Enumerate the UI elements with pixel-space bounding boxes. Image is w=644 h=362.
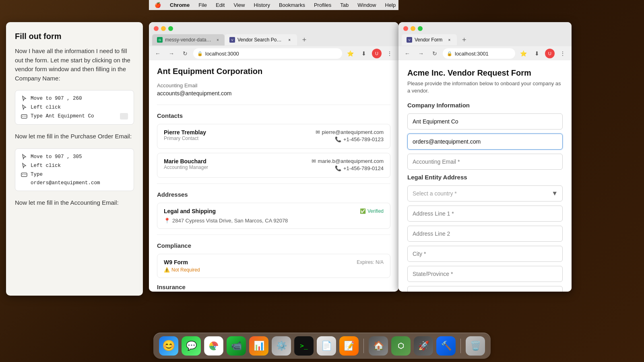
action-line-6: Type bbox=[21, 171, 128, 178]
new-tab-button-left[interactable]: + bbox=[299, 34, 310, 45]
lock-icon-left: 🔒 bbox=[197, 51, 203, 56]
step2-action-block: Move to 907 , 305 Left click Type orders… bbox=[15, 148, 134, 191]
dock-syspreferences[interactable]: ⚙️ bbox=[272, 336, 291, 356]
state-input[interactable] bbox=[407, 266, 563, 282]
form-title: Acme Inc. Vendor Request Form bbox=[407, 68, 563, 78]
reload-button-right[interactable]: ↻ bbox=[429, 48, 440, 59]
dock-xcode[interactable]: 🔨 bbox=[436, 336, 456, 356]
apple-menu[interactable]: 🍎 bbox=[153, 1, 163, 9]
dock-preview[interactable]: 📄 bbox=[317, 336, 336, 356]
verified-check-icon: ✅ bbox=[360, 208, 366, 214]
dock-divider-2 bbox=[460, 339, 461, 353]
tab-favicon-sheets: G bbox=[157, 37, 163, 43]
traffic-lights-left bbox=[149, 22, 398, 33]
reload-button-left[interactable]: ↻ bbox=[180, 48, 191, 59]
menu-bookmarks[interactable]: Bookmarks bbox=[277, 1, 307, 9]
contact-card-2: Marie Bouchard Accounting Manager ✉ mari… bbox=[157, 153, 390, 178]
accounting-email-input[interactable] bbox=[407, 154, 563, 170]
dock-launchpad[interactable]: 🚀 bbox=[414, 336, 433, 356]
bookmark-button-right[interactable]: ⭐ bbox=[518, 48, 529, 59]
tab-vendor-form[interactable]: V Vendor Form × bbox=[402, 34, 457, 45]
step1-description: Now I have all the information I need to… bbox=[15, 47, 134, 83]
tab-close-spreadsheet[interactable]: × bbox=[216, 37, 220, 43]
minimize-button-left[interactable] bbox=[161, 26, 166, 31]
minimize-button-right[interactable] bbox=[411, 26, 415, 31]
url-left: localhost:3000 bbox=[205, 51, 239, 57]
profile-avatar-right[interactable]: U bbox=[545, 49, 555, 58]
close-button-left[interactable] bbox=[154, 26, 159, 31]
dock-chrome[interactable] bbox=[204, 336, 223, 356]
menu-profiles[interactable]: Profiles bbox=[312, 1, 333, 9]
close-button-right[interactable] bbox=[403, 26, 408, 31]
menu-button-right[interactable]: ⋮ bbox=[557, 48, 568, 59]
menu-history[interactable]: History bbox=[252, 1, 271, 9]
facetime-icon: 📹 bbox=[231, 341, 242, 351]
menu-chrome[interactable]: Chrome bbox=[168, 1, 191, 9]
dock-messages[interactable]: 💬 bbox=[182, 336, 201, 356]
vendor-company-name: Ant Equipment Corporation bbox=[157, 67, 390, 76]
profile-avatar-left[interactable]: U bbox=[372, 49, 382, 58]
address-card-1: Legal and Shipping ✅ Verified 📍 2847 Cyp… bbox=[157, 203, 390, 229]
addresses-header: Addresses bbox=[157, 189, 390, 198]
tab-close-vendor[interactable]: × bbox=[287, 37, 292, 43]
maximize-button-right[interactable] bbox=[418, 26, 423, 31]
country-select[interactable]: Select a country * bbox=[407, 185, 563, 202]
system-prefs-icon: ⚙️ bbox=[276, 341, 287, 351]
tab-spreadsheet[interactable]: G messy-vendor-data - Googl... × bbox=[152, 34, 225, 45]
address-value-1: 2847 Cypress Vista Drive, San Marcos, CA… bbox=[172, 218, 288, 224]
address-bar-right[interactable]: 🔒 localhost:3001 bbox=[443, 48, 515, 59]
back-button-right[interactable]: ← bbox=[402, 48, 413, 59]
menu-view[interactable]: View bbox=[232, 1, 246, 9]
xcode-icon: 🔨 bbox=[441, 341, 452, 351]
menu-button-left[interactable]: ⋮ bbox=[384, 48, 395, 59]
contact1-role: Primary Contact bbox=[164, 136, 206, 141]
po-email-input[interactable] bbox=[407, 134, 563, 150]
dock-finder[interactable]: 😊 bbox=[159, 336, 178, 356]
form-description: Please provide the information below to … bbox=[407, 80, 563, 95]
contact2-role: Accounting Manager bbox=[164, 165, 208, 170]
dock-pages[interactable]: 📝 bbox=[339, 336, 359, 356]
company-name-input[interactable] bbox=[407, 113, 563, 130]
address-bar-left[interactable]: 🔒 localhost:3000 bbox=[193, 48, 342, 59]
new-tab-button-right[interactable]: + bbox=[458, 34, 470, 45]
dock-keynote[interactable]: 📊 bbox=[249, 336, 268, 356]
contact2-phone-value: +1-456-789-0124 bbox=[343, 165, 384, 171]
menu-file[interactable]: File bbox=[197, 1, 208, 9]
menu-tab[interactable]: Tab bbox=[339, 1, 350, 9]
download-button-left[interactable]: ⬇ bbox=[358, 48, 369, 59]
email-icon-2: ✉ bbox=[312, 158, 316, 164]
back-button-left[interactable]: ← bbox=[152, 48, 163, 59]
tab-vendor-search[interactable]: V Vendor Search Portal × bbox=[225, 34, 297, 45]
contact1-phone-value: +1-456-789-0123 bbox=[343, 136, 384, 142]
cursor-icon-3 bbox=[21, 154, 27, 160]
menu-window[interactable]: Window bbox=[356, 1, 378, 9]
download-button-right[interactable]: ⬇ bbox=[531, 48, 543, 59]
compliance-expires-1: Expires: N/A bbox=[357, 259, 384, 265]
tab-close-form[interactable]: × bbox=[446, 37, 452, 43]
menu-help[interactable]: Help bbox=[384, 1, 398, 9]
insurance-header: Insurance bbox=[157, 282, 390, 290]
navbar-right: ← → ↻ 🔒 localhost:3001 ⭐ ⬇ U ⋮ bbox=[398, 46, 572, 61]
dock-terminal[interactable]: >_ bbox=[294, 336, 314, 356]
postal-input[interactable] bbox=[407, 286, 563, 292]
dock-facetime[interactable]: 📹 bbox=[227, 336, 246, 356]
dock-trash[interactable]: 🗑️ bbox=[466, 336, 485, 356]
compliance-header-1: W9 Form Expires: N/A bbox=[164, 259, 384, 265]
browser-tabs-left: G messy-vendor-data - Googl... × V Vendo… bbox=[149, 33, 398, 46]
forward-button-right[interactable]: → bbox=[415, 48, 427, 59]
browser-right: V Vendor Form × + ← → ↻ 🔒 localhost:3001… bbox=[398, 22, 572, 292]
forward-button-left[interactable]: → bbox=[166, 48, 177, 59]
dock-home[interactable]: 🏠 bbox=[369, 336, 388, 356]
step2-type-value: orders@antequipment.com bbox=[21, 180, 128, 186]
address-line2-input[interactable] bbox=[407, 226, 563, 242]
dock-node[interactable]: ⬡ bbox=[391, 336, 411, 356]
accounting-email-section: Accounting Email accounts@antequipment.c… bbox=[157, 82, 390, 97]
menu-edit[interactable]: Edit bbox=[214, 1, 226, 9]
preview-icon: 📄 bbox=[321, 341, 332, 351]
verified-text: Verified bbox=[367, 208, 384, 214]
maximize-button-left[interactable] bbox=[168, 26, 173, 31]
city-input[interactable] bbox=[407, 246, 563, 262]
dock: 😊 💬 📹 📊 ⚙️ >_ 📄 bbox=[153, 333, 491, 359]
address-line1-input[interactable] bbox=[407, 206, 563, 222]
bookmark-button-left[interactable]: ⭐ bbox=[345, 48, 356, 59]
